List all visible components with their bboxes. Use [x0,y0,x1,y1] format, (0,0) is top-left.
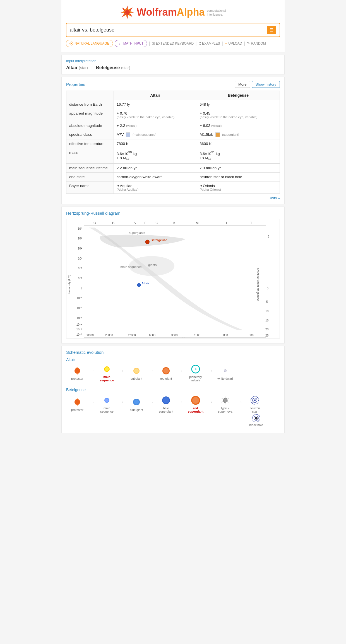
svg-marker-14 [225,42,227,45]
svg-text:L: L [226,221,228,225]
svg-text:10⁴: 10⁴ [78,247,82,250]
svg-text:10⁻⁵: 10⁻⁵ [76,328,82,331]
svg-point-3 [71,43,72,44]
svg-text:500: 500 [249,333,254,336]
evo-arrow-1: → [88,368,96,374]
svg-text:∑: ∑ [119,42,121,45]
evo-arrow-2: → [118,368,125,374]
black-hole-note: black hole [249,413,263,427]
bete-evo-arrow-1: → [88,399,96,405]
altair-evolution-row: protostar → mainsequence → subgiant → [66,364,280,383]
toolbar-separator-3: | [222,41,223,47]
altair-step-protostar: protostar [66,366,88,380]
svg-text:temperature (K): temperature (K) [164,337,186,339]
svg-text:10²: 10² [78,267,82,270]
svg-text:M: M [196,221,198,225]
logo-subtitle: computational intelligence. [207,9,226,17]
svg-point-77 [105,399,109,402]
svg-text:giants: giants [148,263,157,267]
properties-buttons: More Show history [235,81,280,88]
row-altair-spectral: A7V (main sequence) [114,130,197,139]
svg-text:O: O [93,221,96,225]
table-row: absolute magnitude + 2.2 (visual) − 6.02… [66,121,280,130]
more-button[interactable]: More [235,81,250,88]
betelgeuse-step-type2-supernova: type 2supernova [214,395,236,413]
svg-point-51 [145,240,149,244]
toolbar: NATURAL LANGUAGE ∑ MATH INPUT | EXTENDED… [61,40,285,49]
svg-point-66 [105,367,109,371]
hr-diagram-section: Hertzsprung-Russell diagram O B A F G K … [61,207,285,344]
logo: WolframAlpha computational intelligence. [61,5,285,20]
svg-text:K: K [173,221,176,225]
svg-text:10⁻²: 10⁻² [76,307,82,310]
svg-rect-11 [200,42,201,43]
units-link[interactable]: Units » [66,196,280,200]
row-altair-temp: 7800 K [114,139,197,148]
properties-section: Properties More Show history Altair Bete… [61,77,285,204]
input-interpretation-title: Input interpretation [66,59,280,63]
row-label-mass: mass [66,148,114,163]
svg-text:10⁵: 10⁵ [78,237,82,240]
altair-evolution-name: Altair [66,357,280,362]
row-label-lifetime: main sequence lifetime [66,163,114,172]
svg-text:10⁻¹: 10⁻¹ [76,297,82,300]
logo-wolfram: WolframAlpha [137,6,205,18]
row-altair-distance: 16.77 ly [114,100,197,109]
subgiant-icon [131,366,141,376]
svg-text:5: 5 [266,300,268,303]
upload-link[interactable]: UPLOAD [225,42,242,45]
search-button[interactable]: ☰ [267,26,276,34]
protostar-icon [72,366,82,376]
black-hole-note-container: black hole [66,413,280,427]
properties-table: Altair Betelgeuse distance from Earth 16… [66,91,280,194]
random-link[interactable]: RANDOM [247,42,266,45]
planetary-nebula-icon [191,364,201,374]
altair-step-white-dwarf: white dwarf [214,366,236,380]
toolbar-separator-2: | [195,41,197,47]
bete-evo-arrow-4: → [177,399,184,405]
svg-text:10⁻⁴: 10⁻⁴ [76,323,82,326]
betelgeuse-step-protostar: protostar [66,397,88,411]
table-header-empty [66,91,114,100]
search-bar: ☰ [66,23,280,37]
svg-text:0: 0 [267,287,268,290]
row-label-absolute: absolute magnitude [66,121,114,130]
row-label-apparent: apparent magnitude [66,109,114,121]
row-altair-mass: 3.6×1030 kg 1.8 M☉ [114,148,197,163]
svg-text:10⁶: 10⁶ [78,227,82,230]
svg-text:10³: 10³ [78,257,82,260]
row-label-endstate: end state [66,172,114,181]
svg-text:3000: 3000 [171,333,178,336]
evo-arrow-3: → [148,368,155,374]
math-input-button[interactable]: ∑ MATH INPUT [115,40,147,47]
natural-language-button[interactable]: NATURAL LANGUAGE [66,40,113,47]
extended-keyboard-link[interactable]: EXTENDED KEYBOARD [152,42,194,45]
show-history-button[interactable]: Show history [252,81,280,88]
bete-evo-arrow-6: → [236,399,244,405]
betelgeuse-step-blue-supergiant: bluesupergiant [155,395,177,413]
row-label-spectral: spectral class [66,130,114,139]
svg-text:G: G [155,221,158,225]
svg-point-81 [163,397,169,403]
svg-text:10⁻⁶: 10⁻⁶ [76,333,82,336]
svg-text:1500: 1500 [194,333,200,336]
examples-link[interactable]: EXAMPLES [198,42,220,45]
altair-step-planetary-nebula: planetarynebula [184,364,207,382]
row-altair-absolute: + 2.2 (visual) [114,121,197,130]
row-betelgeuse-apparent: + 0.45 (easily visible to the naked eye,… [197,109,280,121]
betelgeuse-step-blue-giant: blue giant [125,397,148,411]
svg-point-79 [134,400,139,405]
altair-type: (star) [79,66,88,70]
hr-diagram-title: Hertzsprung-Russell diagram [66,211,280,216]
properties-header: Properties More Show history [66,81,280,88]
bete-protostar-icon [72,397,82,407]
evo-arrow-4: → [177,368,184,374]
row-betelgeuse-bayer: α Orionis (Alpha Orionis) [197,181,280,193]
row-betelgeuse-temp: 3600 K [197,139,280,148]
svg-text:10¹: 10¹ [78,277,82,280]
row-betelgeuse-spectral: M1.5Iab (supergiant) [197,130,280,139]
row-betelgeuse-distance: 548 ly [197,100,280,109]
wolfram-logo-icon [120,5,134,20]
svg-text:A: A [133,221,136,225]
search-input[interactable] [70,27,267,33]
